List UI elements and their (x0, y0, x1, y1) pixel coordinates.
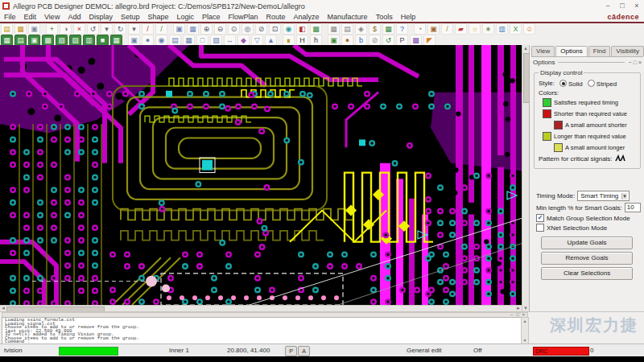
console-scroll-up-icon[interactable]: ▲ (522, 318, 528, 324)
lock-icon[interactable]: ∎ (283, 35, 295, 46)
pick-button[interactable]: P (285, 346, 297, 356)
tab-options[interactable]: Options (555, 46, 588, 56)
menu-place[interactable]: Place (198, 13, 225, 21)
plan-icon[interactable]: P (396, 35, 408, 46)
style-striped-radio[interactable]: Striped (583, 79, 617, 88)
menu-help[interactable]: Help (397, 13, 420, 21)
close-button[interactable]: × (630, 1, 644, 11)
move-icon[interactable]: + (46, 23, 58, 35)
zoom-previous-icon[interactable]: ⊘ (255, 23, 267, 35)
zoom-in-icon[interactable]: ⊕ (200, 23, 213, 35)
route-half-icon[interactable]: ▦ (183, 35, 195, 46)
route-diamond-icon[interactable]: ◆ (237, 35, 250, 46)
corner-icon[interactable]: ◤ (423, 35, 436, 46)
property-icon[interactable]: ▤ (341, 23, 353, 35)
zoom-world-icon[interactable]: ◎ (242, 23, 254, 35)
scroll-down-icon[interactable]: ▼ (522, 305, 529, 311)
save-icon[interactable]: ▣ (28, 23, 40, 35)
console-scroll-down-icon[interactable]: ▼ (522, 337, 528, 343)
status-layer[interactable]: Inner 1 (169, 344, 189, 357)
actor-icon[interactable]: ☺ (523, 23, 535, 35)
window-icon[interactable]: ▣ (173, 23, 185, 35)
route-window-icon[interactable]: ▣ (128, 35, 140, 46)
route-swap-icon[interactable]: ↔ (224, 35, 236, 46)
console-output[interactable]: Loading ssinc_formula.cxtLoading signal.… (2, 317, 524, 345)
help-icon[interactable]: ? (396, 23, 408, 35)
update-goals-button[interactable]: Update Goals (541, 237, 633, 249)
layer-grid-5-icon[interactable]: ▧ (56, 35, 68, 46)
cascade-icon[interactable]: ▦ (187, 23, 199, 35)
color-swatch[interactable] (543, 109, 551, 118)
cost-icon[interactable]: $ (369, 23, 381, 35)
menu-route[interactable]: Route (262, 13, 290, 21)
color-swatch[interactable] (543, 132, 551, 141)
pcb-canvas[interactable] (0, 45, 522, 305)
route-target-icon[interactable]: ◉ (155, 35, 167, 46)
menu-setup[interactable]: Setup (117, 13, 144, 21)
menu-display[interactable]: Display (85, 13, 117, 21)
route-up-icon[interactable]: ▲ (265, 35, 277, 46)
brush-icon[interactable]: ▰ (455, 23, 467, 35)
menu-analyze[interactable]: Analyze (290, 13, 324, 21)
scroll-left-icon[interactable]: ◄ (0, 306, 6, 311)
route-dot-icon[interactable]: ● (142, 35, 154, 46)
undo-menu-icon[interactable]: ▾ (101, 23, 113, 35)
drc-indicator[interactable]: DRC (533, 347, 589, 356)
gears-icon[interactable]: ◈ (355, 23, 367, 35)
match-group-checkbox[interactable]: ✓ (536, 214, 544, 222)
color-swatch[interactable] (543, 98, 551, 107)
tab-view[interactable]: View (531, 46, 555, 56)
redraw-icon[interactable]: ◉ (283, 23, 295, 35)
chart-icon[interactable]: ▥ (496, 23, 508, 35)
board-icon[interactable]: ▩ (310, 23, 322, 35)
zoom-out-icon[interactable]: ⊖ (214, 23, 226, 35)
zoom-select-icon[interactable]: ⊡ (269, 23, 281, 35)
layer-grid-1-icon[interactable]: ▦ (1, 35, 13, 46)
menu-add[interactable]: Add (64, 13, 85, 21)
clear-selections-button[interactable]: Clear Selections (541, 267, 633, 280)
clock-icon[interactable]: ◔ (414, 23, 426, 35)
copy-icon[interactable]: ◑ (60, 23, 72, 35)
sun-icon[interactable]: ☼ (469, 23, 481, 35)
menu-tools[interactable]: Tools (372, 13, 397, 21)
min-length-input[interactable]: 10 (625, 203, 641, 212)
new-file-icon[interactable]: ▤ (1, 23, 13, 35)
tab-visibility[interactable]: Visibility (611, 46, 644, 56)
grid-icon[interactable]: ▦ (328, 23, 340, 35)
scroll-up-icon[interactable]: ▲ (522, 45, 529, 51)
green-board-icon[interactable]: ▣ (328, 35, 340, 46)
application-mode-button[interactable]: A (298, 346, 310, 356)
color-swatch[interactable] (554, 121, 563, 130)
redo-icon[interactable]: ↻ (114, 23, 126, 35)
hourglass-icon[interactable]: X (510, 23, 522, 35)
layer-grid-4-icon[interactable]: ▩ (42, 35, 54, 46)
menu-edit[interactable]: Edit (20, 13, 41, 21)
xnet-checkbox[interactable] (536, 224, 544, 232)
no-route-icon[interactable]: ⊘ (369, 35, 381, 46)
purple-grid-icon[interactable]: ▩ (410, 35, 422, 46)
menu-manufacture[interactable]: Manufacture (324, 13, 372, 21)
layer-grid-8-icon[interactable]: ■ (97, 35, 109, 46)
layer-grid-6-icon[interactable]: ▨ (69, 35, 81, 46)
menu-file[interactable]: File (0, 13, 20, 21)
package-icon[interactable]: ▣ (427, 23, 440, 35)
minimize-button[interactable]: − (601, 1, 615, 11)
status-toggle[interactable]: Off (473, 344, 482, 357)
scroll-right-icon[interactable]: ► (515, 306, 522, 311)
layer-grid-7-icon[interactable]: ▥ (83, 35, 95, 46)
hold-icon[interactable]: H (296, 35, 308, 46)
route-down-icon[interactable]: ▽ (251, 35, 263, 46)
route-layers-icon[interactable]: ▤ (169, 35, 181, 46)
menu-view[interactable]: View (40, 13, 64, 21)
bubble-icon[interactable]: b (355, 35, 367, 46)
color-swatch[interactable] (554, 143, 563, 152)
menu-flowplan[interactable]: FlowPlan (225, 13, 262, 21)
menu-shape[interactable]: Shape (143, 13, 172, 21)
route-empty-icon[interactable]: □ (196, 35, 208, 46)
layer-grid-3-icon[interactable]: ▣ (28, 35, 40, 46)
wand-icon[interactable]: / (441, 23, 453, 35)
undo-icon[interactable]: ↺ (87, 23, 99, 35)
open-file-icon[interactable]: ▦ (14, 23, 27, 35)
pane-minimize-icon[interactable]: − (629, 60, 632, 65)
pane-float-icon[interactable]: □ (634, 60, 637, 65)
